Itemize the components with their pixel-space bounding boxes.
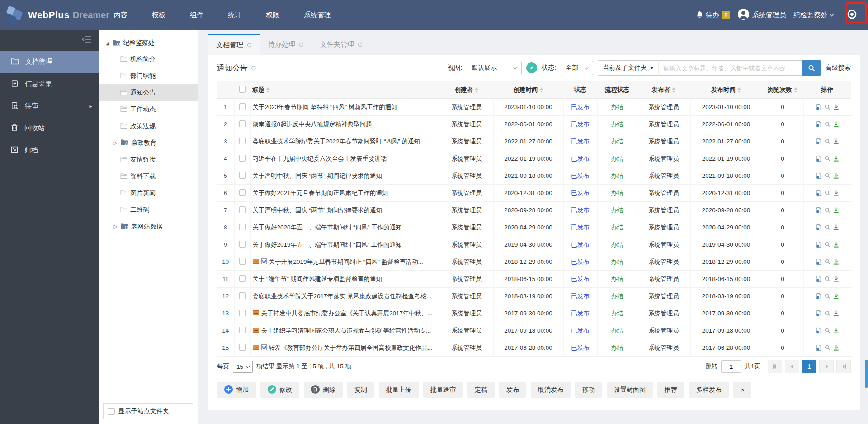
preview-doc-icon[interactable] — [816, 172, 822, 179]
document-title-link[interactable]: 关于做好2020年五一、端午节期间纠 “四风” 工作的通知 — [253, 224, 402, 232]
document-title-link[interactable]: 娄底职业技术学院关于2017年落实 党风廉政建设责任制检查考核... — [253, 292, 432, 300]
subsite-checkbox[interactable] — [108, 408, 115, 415]
sort-icon[interactable] — [737, 87, 741, 93]
advanced-search-link[interactable]: 高级搜索 — [826, 64, 851, 72]
preview-doc-icon[interactable] — [816, 207, 822, 214]
pager-last-button[interactable] — [836, 360, 851, 373]
topbar-menu-item-权限[interactable]: 权限 — [266, 11, 279, 19]
row-checkbox[interactable] — [239, 206, 246, 213]
row-checkbox[interactable] — [239, 120, 246, 127]
toolbar-button-取消发布[interactable]: 取消发布 — [531, 382, 571, 398]
tree-node-工作动态[interactable]: 工作动态 — [99, 101, 198, 118]
sidebar-item-文档管理[interactable]: 文档管理 — [0, 51, 99, 73]
preview-doc-icon[interactable] — [816, 258, 822, 265]
search-button[interactable] — [802, 60, 821, 76]
tree-node-图片新闻[interactable]: 图片新闻 — [99, 185, 198, 201]
magnifier-icon[interactable] — [825, 121, 830, 127]
column-header-发布者[interactable]: 发布者 — [637, 81, 690, 99]
column-header-发布时间[interactable]: 发布时间 — [690, 81, 762, 99]
collapse-sidebar-icon[interactable] — [82, 36, 91, 45]
toolbar-button-推荐[interactable]: 推荐 — [657, 382, 684, 398]
tab-文件夹管理[interactable]: 文件夹管理 — [312, 34, 371, 55]
column-header-标题[interactable]: 标题 — [250, 81, 440, 99]
preview-doc-icon[interactable] — [816, 241, 822, 248]
select-all-checkbox[interactable] — [239, 86, 246, 93]
tree-node-政策法规[interactable]: 政策法规 — [99, 118, 198, 134]
row-checkbox[interactable] — [239, 241, 246, 248]
pager-page-1-button[interactable]: 1 — [802, 360, 816, 373]
topbar-menu-item-组件[interactable]: 组件 — [190, 11, 203, 19]
preview-doc-icon[interactable] — [816, 344, 822, 351]
magnifier-icon[interactable] — [825, 207, 830, 213]
preview-doc-icon[interactable] — [816, 224, 822, 231]
sidebar-item-回收站[interactable]: 回收站 — [0, 117, 99, 139]
user-menu[interactable]: 系统管理员 — [737, 8, 786, 22]
row-checkbox[interactable] — [239, 344, 246, 351]
toolbar-button-修改[interactable]: 修改 — [260, 382, 299, 398]
magnifier-icon[interactable] — [825, 242, 830, 248]
row-checkbox[interactable] — [239, 155, 246, 162]
preview-doc-icon[interactable] — [816, 310, 822, 317]
download-icon[interactable] — [833, 310, 839, 316]
document-title-link[interactable]: 转发《教育部办公厅关于举办第四届全国高校廉政文化作品... — [269, 344, 433, 352]
row-checkbox[interactable] — [239, 275, 246, 282]
tab-文档管理[interactable]: 文档管理 — [208, 34, 260, 55]
preview-doc-icon[interactable] — [816, 138, 822, 145]
toolbar-button-增加[interactable]: 增加 — [217, 382, 256, 398]
document-title-link[interactable]: 关于做好2021年元旦春节期间正风肃纪工作的通知 — [253, 189, 388, 197]
per-page-select[interactable]: 15 — [233, 361, 253, 373]
pager-prev-button[interactable] — [785, 360, 799, 373]
magnifier-icon[interactable] — [825, 138, 830, 144]
row-checkbox[interactable] — [239, 103, 246, 110]
column-header-创建时间[interactable]: 创建时间 — [493, 81, 563, 99]
column-header-创建者[interactable]: 创建者 — [440, 81, 493, 99]
search-input[interactable] — [658, 60, 802, 76]
sidebar-item-信息采集[interactable]: 信息采集 — [0, 73, 99, 95]
download-icon[interactable] — [833, 156, 839, 162]
tree-node-资料下载[interactable]: 资料下载 — [99, 168, 198, 185]
row-checkbox[interactable] — [239, 189, 246, 196]
edit-view-button[interactable] — [526, 62, 537, 73]
document-title-link[interactable]: 关于做好2019年五一、端午节期间纠 “四风” 工作的通知 — [253, 241, 402, 249]
row-checkbox[interactable] — [239, 310, 246, 316]
tree-node-友情链接[interactable]: 友情链接 — [99, 151, 198, 168]
todo-button[interactable]: 待办 0 — [696, 10, 730, 20]
tree-node-廉政教育[interactable]: ▷廉政教育 — [99, 134, 198, 151]
download-icon[interactable] — [833, 138, 839, 144]
magnifier-icon[interactable] — [825, 328, 830, 333]
toolbar-button-批量送审[interactable]: 批量送审 — [423, 382, 463, 398]
preview-doc-icon[interactable] — [816, 327, 822, 334]
refresh-icon[interactable] — [358, 42, 363, 47]
refresh-icon[interactable] — [247, 43, 252, 48]
document-title-link[interactable]: 关于2023年春节期间 坚持纠 “四风” 树新风工作的通知 — [253, 103, 397, 111]
magnifier-icon[interactable] — [825, 190, 830, 196]
refresh-icon[interactable] — [299, 42, 304, 47]
document-title-link[interactable]: 习近平在十九届中央纪委六次全会上发表重要讲话 — [253, 155, 387, 163]
preview-doc-icon[interactable] — [816, 293, 822, 300]
view-select[interactable]: 默认展示 — [467, 61, 522, 75]
tree-node-二维码[interactable]: 二维码 — [99, 201, 198, 218]
toolbar-button-设置封面图[interactable]: 设置封面图 — [607, 382, 653, 398]
download-icon[interactable] — [833, 121, 839, 127]
document-title-link[interactable]: 关于转发中共娄底市纪委办公室《关于认真开展2017年中秋、... — [261, 310, 433, 318]
row-checkbox[interactable] — [239, 172, 246, 179]
download-icon[interactable] — [833, 328, 839, 333]
column-header-浏览次数[interactable]: 浏览次数 — [762, 81, 803, 99]
topbar-menu-item-系统管理[interactable]: 系统管理 — [304, 11, 331, 19]
sort-icon[interactable] — [672, 87, 675, 93]
jump-page-input[interactable] — [721, 360, 741, 373]
tree-expand-icon[interactable]: ▷ — [113, 224, 118, 229]
download-icon[interactable] — [833, 345, 839, 351]
sort-icon[interactable] — [266, 87, 270, 93]
toolbar-button-批量上传[interactable]: 批量上传 — [379, 382, 419, 398]
site-switcher[interactable]: 纪检监察处 — [793, 11, 835, 19]
status-select[interactable]: 全部 — [561, 61, 593, 75]
topbar-menu-item-内容[interactable]: 内容 — [114, 11, 127, 19]
preview-doc-icon[interactable] — [816, 190, 822, 196]
document-title-link[interactable]: 关于开展2019年元旦春节期间纠正 “四风” 监督检查活动... — [269, 258, 423, 266]
magnifier-icon[interactable] — [825, 104, 830, 110]
preview-doc-icon[interactable] — [816, 104, 822, 110]
download-icon[interactable] — [833, 173, 839, 179]
preview-site-button[interactable] — [842, 5, 862, 25]
tree-node-通知公告[interactable]: 通知公告 — [99, 84, 198, 101]
